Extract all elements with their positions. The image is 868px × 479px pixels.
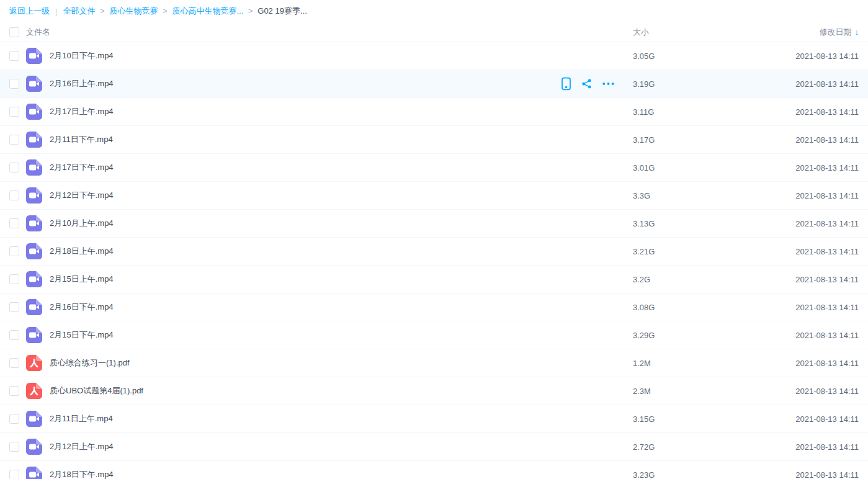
file-row[interactable]: 2月10月上午.mp43.13G2021-08-13 14:11 xyxy=(0,210,868,238)
file-row[interactable]: 2月10日下午.mp43.05G2021-08-13 14:11 xyxy=(0,42,868,70)
file-name[interactable]: 2月10日下午.mp4 xyxy=(50,50,114,61)
file-date: 2021-08-13 14:11 xyxy=(795,79,859,89)
select-all-checkbox[interactable] xyxy=(9,27,19,37)
row-checkbox[interactable] xyxy=(9,442,19,452)
file-date: 2021-08-13 14:11 xyxy=(795,247,859,256)
video-file-icon xyxy=(26,271,42,287)
breadcrumb-separator: > xyxy=(248,7,253,16)
file-date: 2021-08-13 14:11 xyxy=(795,331,859,340)
file-name[interactable]: 质心综合练习一(1).pdf xyxy=(50,357,130,369)
row-checkbox[interactable] xyxy=(9,246,19,256)
file-name[interactable]: 2月10月上午.mp4 xyxy=(50,218,114,229)
file-row[interactable]: 2月17日下午.mp43.01G2021-08-13 14:11 xyxy=(0,154,868,182)
row-checkbox[interactable] xyxy=(9,79,19,89)
file-row[interactable]: 质心UBO试题第4届(1).pdf2.3M2021-08-13 14:11 xyxy=(0,377,868,405)
row-checkbox[interactable] xyxy=(9,414,19,424)
file-row[interactable]: 2月11日下午.mp43.17G2021-08-13 14:11 xyxy=(0,126,868,154)
row-checkbox[interactable] xyxy=(9,330,19,340)
file-name[interactable]: 2月11日下午.mp4 xyxy=(50,134,113,145)
file-name[interactable]: 2月17日上午.mp4 xyxy=(50,106,114,117)
file-name[interactable]: 2月12日下午.mp4 xyxy=(50,190,114,201)
row-checkbox[interactable] xyxy=(9,358,19,368)
video-file-icon xyxy=(26,439,42,455)
file-table-header: 文件名 大小 修改日期 ↓ xyxy=(0,22,868,42)
file-row[interactable]: 2月15日下午.mp43.29G2021-08-13 14:11 xyxy=(0,321,868,349)
breadcrumb-pipe-divider: | xyxy=(55,7,57,16)
video-file-icon xyxy=(26,411,42,427)
breadcrumb-item[interactable]: 质心生物竞赛 xyxy=(109,6,158,17)
file-size: 3.13G xyxy=(633,219,655,228)
row-checkbox[interactable] xyxy=(9,190,19,200)
file-name[interactable]: 2月15日上午.mp4 xyxy=(50,274,114,285)
row-checkbox[interactable] xyxy=(9,218,19,228)
file-name[interactable]: 2月11日上午.mp4 xyxy=(50,413,113,424)
video-file-icon xyxy=(26,243,42,259)
file-size: 2.72G xyxy=(633,442,655,452)
file-size: 1.2M xyxy=(633,359,651,368)
file-size: 3.17G xyxy=(633,135,655,145)
row-checkbox[interactable] xyxy=(9,386,19,396)
row-hover-actions xyxy=(562,78,614,91)
file-row[interactable]: 2月17日上午.mp43.11G2021-08-13 14:11 xyxy=(0,98,868,126)
file-date: 2021-08-13 14:11 xyxy=(795,442,859,452)
column-header-size: 大小 xyxy=(633,27,649,38)
more-actions-icon[interactable] xyxy=(602,83,614,86)
row-checkbox[interactable] xyxy=(9,107,19,117)
file-row[interactable]: 2月18日上午.mp43.21G2021-08-13 14:11 xyxy=(0,238,868,266)
file-date: 2021-08-13 14:11 xyxy=(795,135,859,145)
file-name[interactable]: 2月18日下午.mp4 xyxy=(50,469,114,479)
breadcrumb-separator: > xyxy=(163,7,167,16)
file-date: 2021-08-13 14:11 xyxy=(795,51,859,61)
file-row[interactable]: 2月16日上午.mp43.19G2021-08-13 14:11 xyxy=(0,70,868,98)
breadcrumb-separator: > xyxy=(100,7,104,16)
column-header-date-sort[interactable]: 修改日期 ↓ xyxy=(820,27,859,38)
file-name[interactable]: 质心UBO试题第4届(1).pdf xyxy=(50,385,143,396)
file-row[interactable]: 2月15日上午.mp43.2G2021-08-13 14:11 xyxy=(0,266,868,293)
video-file-icon xyxy=(26,187,42,204)
row-checkbox[interactable] xyxy=(9,302,19,312)
file-row[interactable]: 2月12日上午.mp42.72G2021-08-13 14:11 xyxy=(0,433,868,461)
row-checkbox[interactable] xyxy=(9,470,19,479)
file-size: 3.01G xyxy=(633,163,655,172)
file-size: 3.15G xyxy=(633,414,655,424)
file-name[interactable]: 2月12日上午.mp4 xyxy=(50,441,114,452)
breadcrumb-item[interactable]: 质心高中生物竞赛... xyxy=(172,6,243,17)
file-date: 2021-08-13 14:11 xyxy=(795,107,859,117)
file-row[interactable]: 2月18日下午.mp43.23G2021-08-13 14:11 xyxy=(0,461,868,479)
breadcrumb-back-link[interactable]: 返回上一级 xyxy=(9,6,50,17)
file-size: 3.3G xyxy=(633,191,650,200)
file-row[interactable]: 2月16日下午.mp43.08G2021-08-13 14:11 xyxy=(0,293,868,321)
file-size: 3.29G xyxy=(633,331,655,340)
share-icon[interactable] xyxy=(581,79,592,89)
file-row[interactable]: 2月12日下午.mp43.3G2021-08-13 14:11 xyxy=(0,182,868,210)
file-name[interactable]: 2月16日上午.mp4 xyxy=(50,78,114,89)
file-row[interactable]: 质心综合练习一(1).pdf1.2M2021-08-13 14:11 xyxy=(0,349,868,377)
file-date: 2021-08-13 14:11 xyxy=(795,414,859,424)
video-file-icon xyxy=(26,467,42,479)
file-date: 2021-08-13 14:11 xyxy=(795,470,859,479)
row-checkbox[interactable] xyxy=(9,135,19,145)
file-size: 3.11G xyxy=(633,107,654,117)
row-checkbox[interactable] xyxy=(9,274,19,284)
row-checkbox[interactable] xyxy=(9,163,19,172)
video-file-icon xyxy=(26,76,42,92)
file-size: 3.08G xyxy=(633,303,655,312)
save-to-device-icon[interactable] xyxy=(562,78,571,91)
breadcrumb-item-all-files[interactable]: 全部文件 xyxy=(63,6,95,17)
file-date: 2021-08-13 14:11 xyxy=(795,387,859,396)
file-date: 2021-08-13 14:11 xyxy=(795,303,859,312)
column-header-filename: 文件名 xyxy=(26,27,50,38)
file-name[interactable]: 2月16日下午.mp4 xyxy=(50,302,114,313)
file-size: 3.2G xyxy=(633,275,650,284)
file-row[interactable]: 2月11日上午.mp43.15G2021-08-13 14:11 xyxy=(0,405,868,433)
video-file-icon xyxy=(26,215,42,231)
row-checkbox[interactable] xyxy=(9,51,19,61)
file-size: 3.19G xyxy=(633,79,655,89)
breadcrumb: 返回上一级 | 全部文件 > 质心生物竞赛 > 质心高中生物竞赛... > G0… xyxy=(0,0,868,22)
file-size: 3.05G xyxy=(633,51,655,61)
video-file-icon xyxy=(26,104,42,120)
file-name[interactable]: 2月18日上午.mp4 xyxy=(50,246,114,257)
file-date: 2021-08-13 14:11 xyxy=(795,191,859,200)
file-name[interactable]: 2月17日下午.mp4 xyxy=(50,162,114,173)
file-name[interactable]: 2月15日下午.mp4 xyxy=(50,329,114,341)
